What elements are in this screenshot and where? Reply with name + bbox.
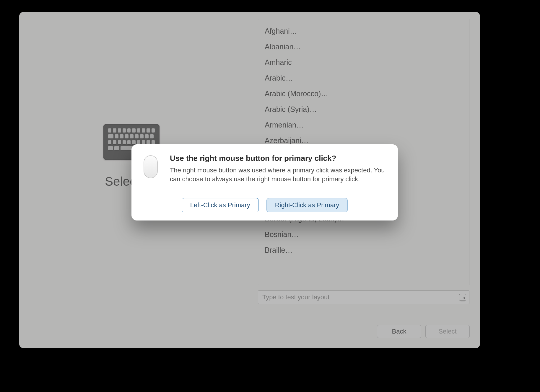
dialog-body: The right mouse button was used where a …: [170, 166, 387, 183]
mouse-icon: [143, 155, 158, 179]
setup-window: Select Ke Afghani… Albanian… Amharic Ara…: [19, 12, 480, 348]
right-click-primary-button[interactable]: Right-Click as Primary: [266, 198, 348, 212]
left-click-primary-button[interactable]: Left-Click as Primary: [182, 198, 259, 212]
dialog-title: Use the right mouse button for primary c…: [170, 154, 387, 163]
svg-rect-0: [144, 156, 157, 178]
primary-click-dialog: Use the right mouse button for primary c…: [131, 144, 398, 220]
